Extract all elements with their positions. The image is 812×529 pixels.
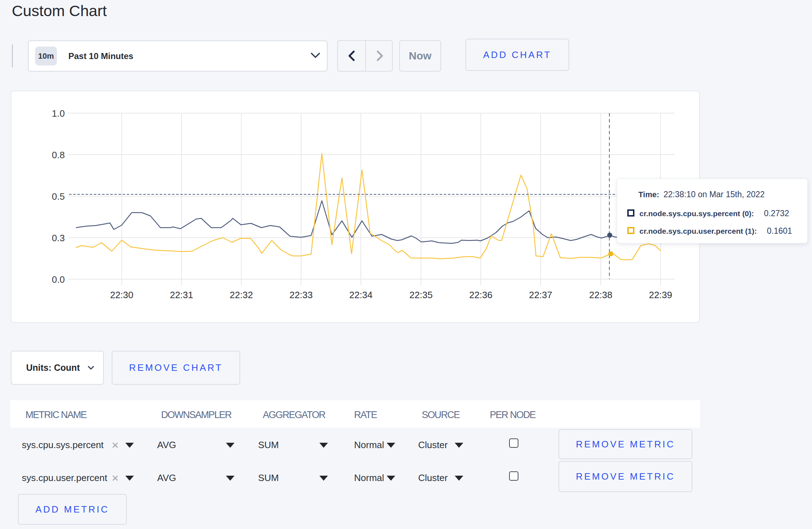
svg-text:22:30: 22:30 (110, 290, 133, 300)
svg-text:22:39: 22:39 (649, 290, 672, 300)
svg-text:1.0: 1.0 (52, 108, 65, 119)
svg-text:22:33: 22:33 (289, 290, 313, 300)
svg-text:22:37: 22:37 (529, 290, 552, 300)
svg-text:22:32: 22:32 (229, 290, 253, 300)
svg-text:0.8: 0.8 (52, 150, 65, 160)
svg-text:0.5: 0.5 (52, 191, 65, 202)
svg-text:22:31: 22:31 (170, 290, 193, 300)
svg-text:0.3: 0.3 (52, 233, 65, 243)
svg-text:22:36: 22:36 (469, 290, 492, 300)
svg-text:22:35: 22:35 (409, 290, 432, 300)
svg-text:0.0: 0.0 (52, 274, 65, 285)
svg-text:22:34: 22:34 (349, 290, 372, 300)
svg-text:22:38: 22:38 (589, 290, 612, 300)
